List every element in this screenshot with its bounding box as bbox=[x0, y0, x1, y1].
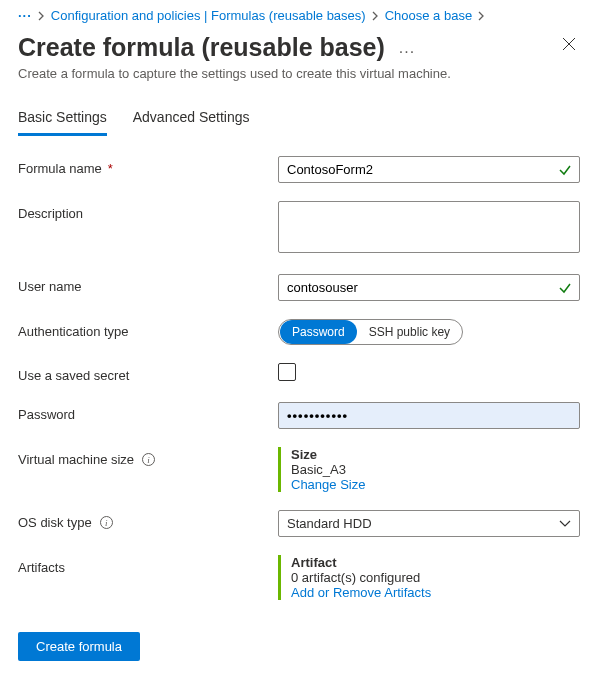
artifacts-action-link[interactable]: Add or Remove Artifacts bbox=[291, 585, 580, 600]
form: Formula name* Description User name bbox=[0, 156, 598, 600]
breadcrumb-sep bbox=[478, 11, 485, 21]
create-formula-button[interactable]: Create formula bbox=[18, 632, 140, 661]
more-actions-icon[interactable]: ··· bbox=[399, 43, 415, 61]
username-input[interactable] bbox=[278, 274, 580, 301]
formula-name-label: Formula name* bbox=[18, 156, 278, 176]
description-input[interactable] bbox=[278, 201, 580, 253]
formula-name-input[interactable] bbox=[278, 156, 580, 183]
check-icon bbox=[558, 163, 572, 177]
description-label: Description bbox=[18, 201, 278, 221]
info-icon[interactable]: i bbox=[100, 516, 113, 529]
close-icon[interactable] bbox=[562, 37, 576, 51]
change-size-link[interactable]: Change Size bbox=[291, 477, 580, 492]
check-icon bbox=[558, 281, 572, 295]
breadcrumb-sep bbox=[38, 11, 45, 21]
os-disk-select[interactable]: Standard HDD bbox=[278, 510, 580, 537]
vm-size-box: Size Basic_A3 Change Size bbox=[278, 447, 580, 492]
artifacts-heading: Artifact bbox=[291, 555, 580, 570]
breadcrumb-sep bbox=[372, 11, 379, 21]
auth-type-label: Authentication type bbox=[18, 319, 278, 339]
artifacts-box: Artifact 0 artifact(s) configured Add or… bbox=[278, 555, 580, 600]
breadcrumb-more[interactable]: ··· bbox=[18, 8, 32, 23]
breadcrumb: ··· Configuration and policies | Formula… bbox=[0, 0, 598, 27]
password-input[interactable] bbox=[278, 402, 580, 429]
tabs: Basic Settings Advanced Settings bbox=[0, 109, 598, 136]
saved-secret-label: Use a saved secret bbox=[18, 363, 278, 383]
breadcrumb-config[interactable]: Configuration and policies | Formulas (r… bbox=[51, 8, 366, 23]
saved-secret-checkbox[interactable] bbox=[278, 363, 296, 381]
username-label: User name bbox=[18, 274, 278, 294]
tab-advanced-settings[interactable]: Advanced Settings bbox=[133, 109, 250, 136]
os-disk-label: OS disk type i bbox=[18, 510, 278, 530]
tab-basic-settings[interactable]: Basic Settings bbox=[18, 109, 107, 136]
page-title: Create formula (reusable base) bbox=[18, 33, 385, 62]
auth-type-toggle: Password SSH public key bbox=[278, 319, 463, 345]
auth-type-password[interactable]: Password bbox=[280, 320, 357, 344]
page-header: Create formula (reusable base) ··· bbox=[0, 27, 598, 66]
info-icon[interactable]: i bbox=[142, 453, 155, 466]
password-label: Password bbox=[18, 402, 278, 422]
page-subtitle: Create a formula to capture the settings… bbox=[0, 66, 598, 109]
artifacts-configured: 0 artifact(s) configured bbox=[291, 570, 580, 585]
vm-size-label: Virtual machine size i bbox=[18, 447, 278, 467]
os-disk-value: Standard HDD bbox=[287, 516, 372, 531]
required-indicator: * bbox=[108, 161, 113, 176]
auth-type-ssh[interactable]: SSH public key bbox=[357, 320, 462, 344]
breadcrumb-choose-base[interactable]: Choose a base bbox=[385, 8, 472, 23]
artifacts-label: Artifacts bbox=[18, 555, 278, 575]
vm-size-value: Basic_A3 bbox=[291, 462, 580, 477]
vm-size-heading: Size bbox=[291, 447, 580, 462]
chevron-down-icon bbox=[559, 520, 571, 528]
